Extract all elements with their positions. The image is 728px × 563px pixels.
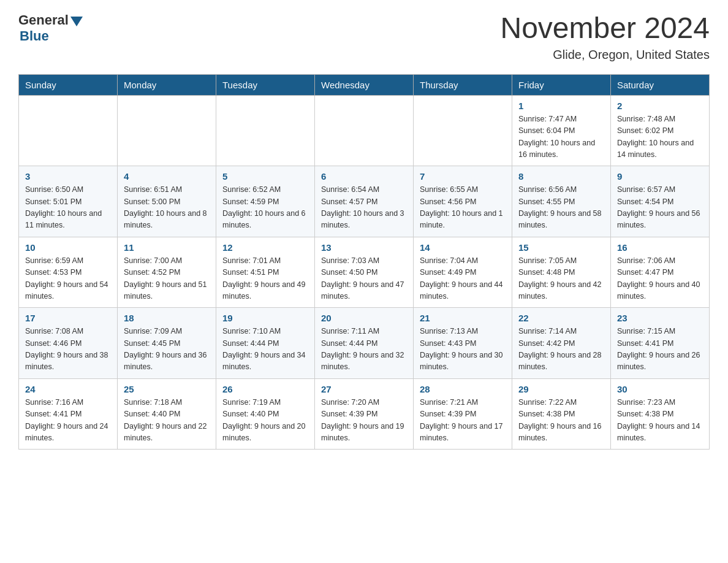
day-info: Sunrise: 7:05 AMSunset: 4:48 PMDaylight:…: [518, 255, 604, 303]
day-number: 2: [617, 101, 703, 111]
day-number: 17: [25, 313, 111, 323]
col-header-wednesday: Wednesday: [315, 74, 414, 95]
day-info: Sunrise: 7:47 AMSunset: 6:04 PMDaylight:…: [518, 113, 604, 161]
day-info: Sunrise: 7:00 AMSunset: 4:52 PMDaylight:…: [124, 255, 210, 303]
calendar-cell-3-4: 13Sunrise: 7:03 AMSunset: 4:50 PMDayligh…: [315, 237, 414, 308]
calendar-cell-4-3: 19Sunrise: 7:10 AMSunset: 4:44 PMDayligh…: [216, 308, 315, 379]
day-number: 1: [518, 101, 604, 111]
day-info: Sunrise: 6:55 AMSunset: 4:56 PMDaylight:…: [420, 184, 506, 232]
calendar-table: SundayMondayTuesdayWednesdayThursdayFrid…: [18, 74, 710, 450]
title-block: November 2024 Glide, Oregon, United Stat…: [500, 12, 710, 62]
day-info: Sunrise: 7:20 AMSunset: 4:39 PMDaylight:…: [321, 397, 407, 445]
day-number: 5: [222, 171, 308, 182]
calendar-cell-5-4: 27Sunrise: 7:20 AMSunset: 4:39 PMDayligh…: [315, 378, 414, 450]
calendar-cell-3-3: 12Sunrise: 7:01 AMSunset: 4:51 PMDayligh…: [216, 237, 315, 308]
day-number: 13: [321, 242, 407, 253]
day-info: Sunrise: 7:06 AMSunset: 4:47 PMDaylight:…: [617, 255, 703, 303]
day-info: Sunrise: 6:59 AMSunset: 4:53 PMDaylight:…: [25, 255, 111, 303]
day-info: Sunrise: 7:21 AMSunset: 4:39 PMDaylight:…: [420, 397, 506, 445]
calendar-cell-4-7: 23Sunrise: 7:15 AMSunset: 4:41 PMDayligh…: [611, 308, 710, 379]
day-info: Sunrise: 7:15 AMSunset: 4:41 PMDaylight:…: [617, 326, 703, 373]
day-info: Sunrise: 7:09 AMSunset: 4:45 PMDaylight:…: [124, 326, 210, 373]
day-number: 21: [420, 313, 506, 323]
logo-text-general: General: [18, 12, 69, 28]
calendar-cell-3-2: 11Sunrise: 7:00 AMSunset: 4:52 PMDayligh…: [118, 237, 216, 308]
calendar-cell-4-6: 22Sunrise: 7:14 AMSunset: 4:42 PMDayligh…: [512, 308, 611, 379]
logo-general: General: [18, 12, 83, 28]
calendar-cell-2-6: 8Sunrise: 6:56 AMSunset: 4:55 PMDaylight…: [512, 166, 611, 237]
col-header-tuesday: Tuesday: [216, 74, 315, 95]
day-number: 30: [617, 384, 703, 394]
day-number: 20: [321, 313, 407, 323]
calendar-cell-2-2: 4Sunrise: 6:51 AMSunset: 5:00 PMDaylight…: [118, 166, 216, 237]
day-number: 8: [518, 171, 604, 182]
location-label: Glide, Oregon, United States: [500, 48, 710, 62]
day-info: Sunrise: 7:01 AMSunset: 4:51 PMDaylight:…: [222, 255, 308, 303]
day-number: 25: [124, 384, 210, 394]
calendar-cell-1-2: [118, 95, 216, 166]
day-number: 4: [124, 171, 210, 182]
day-info: Sunrise: 7:03 AMSunset: 4:50 PMDaylight:…: [321, 255, 407, 303]
day-info: Sunrise: 6:56 AMSunset: 4:55 PMDaylight:…: [518, 184, 604, 232]
day-number: 27: [321, 384, 407, 394]
calendar-cell-4-1: 17Sunrise: 7:08 AMSunset: 4:46 PMDayligh…: [19, 308, 118, 379]
day-info: Sunrise: 7:08 AMSunset: 4:46 PMDaylight:…: [25, 326, 111, 373]
page-header: General Blue November 2024 Glide, Oregon…: [18, 12, 710, 62]
calendar-cell-3-6: 15Sunrise: 7:05 AMSunset: 4:48 PMDayligh…: [512, 237, 611, 308]
logo-triangle-icon: [70, 17, 83, 26]
day-number: 3: [25, 171, 111, 182]
day-info: Sunrise: 7:18 AMSunset: 4:40 PMDaylight:…: [124, 397, 210, 445]
calendar-cell-3-1: 10Sunrise: 6:59 AMSunset: 4:53 PMDayligh…: [19, 237, 118, 308]
day-info: Sunrise: 7:48 AMSunset: 6:02 PMDaylight:…: [617, 113, 703, 161]
calendar-cell-1-3: [216, 95, 315, 166]
day-info: Sunrise: 6:57 AMSunset: 4:54 PMDaylight:…: [617, 184, 703, 232]
logo: General Blue: [18, 12, 83, 44]
col-header-friday: Friday: [512, 74, 611, 95]
col-header-monday: Monday: [118, 74, 216, 95]
calendar-week-5: 24Sunrise: 7:16 AMSunset: 4:41 PMDayligh…: [19, 378, 710, 450]
day-number: 7: [420, 171, 506, 182]
day-info: Sunrise: 6:51 AMSunset: 5:00 PMDaylight:…: [124, 184, 210, 232]
calendar-cell-3-5: 14Sunrise: 7:04 AMSunset: 4:49 PMDayligh…: [414, 237, 512, 308]
calendar-cell-2-4: 6Sunrise: 6:54 AMSunset: 4:57 PMDaylight…: [315, 166, 414, 237]
day-number: 28: [420, 384, 506, 394]
calendar-cell-5-1: 24Sunrise: 7:16 AMSunset: 4:41 PMDayligh…: [19, 378, 118, 450]
day-info: Sunrise: 7:22 AMSunset: 4:38 PMDaylight:…: [518, 397, 604, 445]
calendar-cell-3-7: 16Sunrise: 7:06 AMSunset: 4:47 PMDayligh…: [611, 237, 710, 308]
day-number: 14: [420, 242, 506, 253]
calendar-cell-1-4: [315, 95, 414, 166]
calendar-cell-2-1: 3Sunrise: 6:50 AMSunset: 5:01 PMDaylight…: [19, 166, 118, 237]
day-number: 19: [222, 313, 308, 323]
day-number: 16: [617, 242, 703, 253]
day-info: Sunrise: 6:52 AMSunset: 4:59 PMDaylight:…: [222, 184, 308, 232]
calendar-cell-4-4: 20Sunrise: 7:11 AMSunset: 4:44 PMDayligh…: [315, 308, 414, 379]
calendar-cell-5-5: 28Sunrise: 7:21 AMSunset: 4:39 PMDayligh…: [414, 378, 512, 450]
day-info: Sunrise: 7:11 AMSunset: 4:44 PMDaylight:…: [321, 326, 407, 373]
calendar-week-2: 3Sunrise: 6:50 AMSunset: 5:01 PMDaylight…: [19, 166, 710, 237]
day-number: 29: [518, 384, 604, 394]
day-info: Sunrise: 7:19 AMSunset: 4:40 PMDaylight:…: [222, 397, 308, 445]
calendar-cell-4-2: 18Sunrise: 7:09 AMSunset: 4:45 PMDayligh…: [118, 308, 216, 379]
day-number: 9: [617, 171, 703, 182]
day-info: Sunrise: 7:04 AMSunset: 4:49 PMDaylight:…: [420, 255, 506, 303]
day-number: 18: [124, 313, 210, 323]
day-info: Sunrise: 6:54 AMSunset: 4:57 PMDaylight:…: [321, 184, 407, 232]
day-info: Sunrise: 7:14 AMSunset: 4:42 PMDaylight:…: [518, 326, 604, 373]
calendar-week-4: 17Sunrise: 7:08 AMSunset: 4:46 PMDayligh…: [19, 308, 710, 379]
calendar-cell-2-5: 7Sunrise: 6:55 AMSunset: 4:56 PMDaylight…: [414, 166, 512, 237]
day-info: Sunrise: 7:13 AMSunset: 4:43 PMDaylight:…: [420, 326, 506, 373]
calendar-week-3: 10Sunrise: 6:59 AMSunset: 4:53 PMDayligh…: [19, 237, 710, 308]
day-info: Sunrise: 7:16 AMSunset: 4:41 PMDaylight:…: [25, 397, 111, 445]
calendar-cell-5-3: 26Sunrise: 7:19 AMSunset: 4:40 PMDayligh…: [216, 378, 315, 450]
calendar-header-row: SundayMondayTuesdayWednesdayThursdayFrid…: [19, 74, 710, 95]
day-number: 26: [222, 384, 308, 394]
day-number: 11: [124, 242, 210, 253]
day-info: Sunrise: 7:10 AMSunset: 4:44 PMDaylight:…: [222, 326, 308, 373]
calendar-cell-2-3: 5Sunrise: 6:52 AMSunset: 4:59 PMDaylight…: [216, 166, 315, 237]
calendar-week-1: 1Sunrise: 7:47 AMSunset: 6:04 PMDaylight…: [19, 95, 710, 166]
calendar-cell-5-7: 30Sunrise: 7:23 AMSunset: 4:38 PMDayligh…: [611, 378, 710, 450]
day-info: Sunrise: 6:50 AMSunset: 5:01 PMDaylight:…: [25, 184, 111, 232]
calendar-cell-2-7: 9Sunrise: 6:57 AMSunset: 4:54 PMDaylight…: [611, 166, 710, 237]
calendar-cell-5-6: 29Sunrise: 7:22 AMSunset: 4:38 PMDayligh…: [512, 378, 611, 450]
logo-text-blue: Blue: [20, 28, 49, 44]
